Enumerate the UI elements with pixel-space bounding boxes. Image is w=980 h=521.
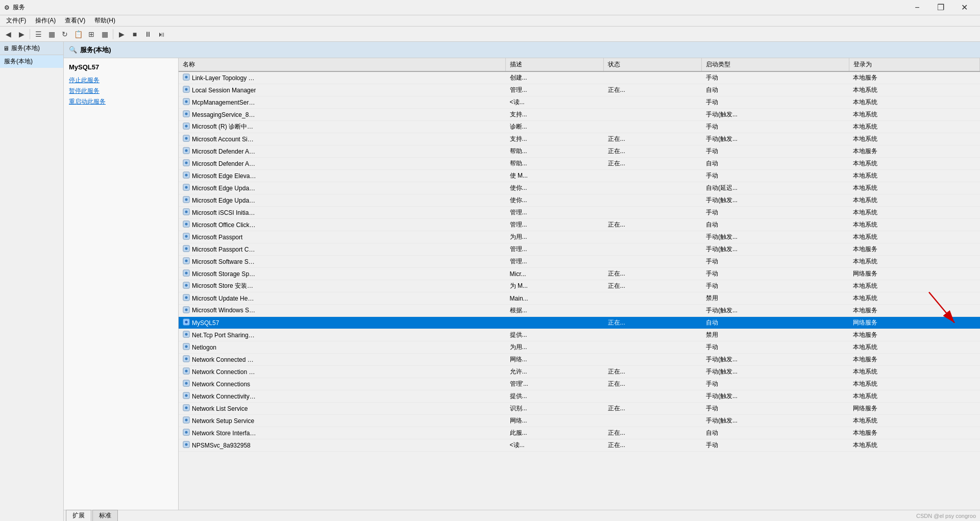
col-logon[interactable]: 登录为	[849, 58, 979, 71]
table-row[interactable]: Microsoft Storage Spaces S...Micr...正在..…	[179, 268, 980, 280]
table-row[interactable]: Microsoft Account Sign-in ...支持...正在...手…	[179, 133, 980, 145]
back-button[interactable]: ◀	[2, 28, 14, 40]
cell-startup: 手动	[702, 280, 849, 292]
table-row[interactable]: Microsoft Passport Container管理...手动(触发..…	[179, 243, 980, 256]
minimize-button[interactable]: −	[905, 0, 929, 15]
table-row[interactable]: Link-Layer Topology Disco...创建...手动本地服务	[179, 71, 980, 84]
cell-desc: 管理...	[506, 219, 604, 231]
table-row[interactable]: Microsoft Software Shado...管理...手动本地系统	[179, 256, 980, 268]
tab-expand[interactable]: 扩展	[66, 510, 91, 521]
cell-startup: 手动	[702, 170, 849, 182]
table-row[interactable]: Microsoft Edge Elevation S...使 M...手动本地系…	[179, 170, 980, 182]
show-scope-button[interactable]: ☰	[32, 28, 44, 40]
table-row[interactable]: MessagingService_8a9329...支持...手动(触发...本…	[179, 109, 980, 121]
service-name-text: Microsoft Software Shado...	[192, 258, 256, 265]
service-name-text: Microsoft Storage Spaces S...	[192, 270, 256, 278]
close-button[interactable]: ✕	[952, 0, 976, 15]
service-icon	[183, 416, 190, 425]
table-row[interactable]: Netlogon为用...手动本地系统	[179, 341, 980, 354]
svg-point-11	[185, 137, 187, 139]
table-row[interactable]: Network Connection Broker允许...正在...手动(触发…	[179, 366, 980, 378]
service-name-text: Microsoft iSCSI Initiator Ser...	[192, 209, 256, 216]
table-row[interactable]: NPSMSvc_8a932958<读...正在...手动本地系统	[179, 439, 980, 452]
restart-service-link[interactable]: 重启动此服务	[69, 97, 173, 106]
service-icon	[183, 367, 190, 376]
cell-status	[604, 341, 702, 354]
service-name-text: NPSMSvc_8a932958	[192, 442, 251, 449]
table-row[interactable]: Network Store Interface Se...此服...正在...自…	[179, 427, 980, 439]
refresh-button[interactable]: ↻	[59, 28, 71, 40]
pause-service-button[interactable]: ⏸	[142, 28, 154, 40]
col-status[interactable]: 状态	[604, 58, 702, 71]
table-row[interactable]: Microsoft Update Health S...Main...禁用本地系…	[179, 292, 980, 305]
table-row[interactable]: Microsoft (R) 诊断中心标准...诊断...手动本地系统	[179, 121, 980, 133]
properties-button[interactable]: ⊞	[85, 28, 97, 40]
stop-service-button[interactable]: ■	[129, 28, 141, 40]
table-row[interactable]: Network Connectivity Assis...提供...手动(触发.…	[179, 390, 980, 403]
service-icon	[183, 429, 190, 437]
cell-desc: 提供...	[506, 390, 604, 403]
export-list-button[interactable]: 📋	[72, 28, 84, 40]
menu-view[interactable]: 查看(V)	[61, 15, 89, 26]
right-panel-header: 🔍 服务(本地)	[64, 42, 980, 58]
table-row[interactable]: Net.Tcp Port Sharing Service提供...禁用本地服务	[179, 329, 980, 341]
cell-name: Microsoft Software Shado...	[179, 256, 260, 267]
service-icon	[183, 355, 190, 364]
table-row[interactable]: Microsoft Edge Update Ser...使你...手动(触发..…	[179, 194, 980, 207]
service-name-text: Network Connections	[192, 381, 250, 388]
col-name[interactable]: 名称	[179, 58, 506, 71]
service-icon	[183, 86, 190, 94]
start-service-button[interactable]: ▶	[115, 28, 128, 40]
table-row[interactable]: Microsoft Store 安装服务为 M...正在...手动本地系统	[179, 280, 980, 292]
table-row[interactable]: Microsoft Office Click-to-R...管理...正在...…	[179, 219, 980, 231]
cell-logon: 本地服务	[849, 145, 979, 158]
svg-point-53	[185, 394, 187, 396]
table-row[interactable]: Microsoft Passport为用...手动(触发...本地系统	[179, 231, 980, 243]
cell-logon: 本地系统	[849, 231, 979, 243]
table-row[interactable]: McpManagementService<读...手动本地系统	[179, 96, 980, 109]
table-row[interactable]: Microsoft iSCSI Initiator Ser...管理...手动本…	[179, 207, 980, 219]
table-row[interactable]: Network Connected Devic...网络...手动(触发...本…	[179, 354, 980, 366]
cell-desc: 管理...	[506, 207, 604, 219]
service-icon	[183, 135, 190, 143]
cell-status	[604, 194, 702, 207]
forward-button[interactable]: ▶	[15, 28, 28, 40]
cell-logon: 网络服务	[849, 403, 979, 415]
hide-scope-button[interactable]: ▦	[45, 28, 58, 40]
help-button[interactable]: ▦	[99, 28, 111, 40]
cell-desc: 允许...	[506, 366, 604, 378]
table-row[interactable]: Microsoft Edge Update Ser...使你...自动(延迟..…	[179, 182, 980, 194]
menu-action[interactable]: 操作(A)	[31, 15, 60, 26]
table-row[interactable]: Microsoft Defender Antivir...帮助...正在...自…	[179, 158, 980, 170]
table-row[interactable]: Microsoft Defender Antivir...帮助...正在...手…	[179, 145, 980, 158]
service-name-text: Microsoft Windows SMS 路...	[192, 306, 256, 315]
table-row[interactable]: Local Session Manager管理...正在...自动本地系统	[179, 84, 980, 96]
tab-standard[interactable]: 标准	[92, 510, 118, 521]
cell-name: Microsoft Account Sign-in ...	[179, 133, 260, 145]
menu-help[interactable]: 帮助(H)	[90, 15, 119, 26]
pause-service-link[interactable]: 暂停此服务	[69, 87, 173, 95]
service-name-text: Microsoft Defender Antivir...	[192, 148, 256, 155]
cell-logon: 本地系统	[849, 341, 979, 354]
restore-button[interactable]: ❐	[929, 0, 952, 15]
col-desc[interactable]: 描述	[506, 58, 604, 71]
table-row[interactable]: Network List Service识别...正在...手动网络服务	[179, 403, 980, 415]
cell-logon: 本地系统	[849, 121, 979, 133]
cell-startup: 禁用	[702, 329, 849, 341]
cell-status: 正在...	[604, 84, 702, 96]
svg-point-33	[185, 271, 187, 274]
table-row[interactable]: Network Setup Service网络...手动(触发...本地系统	[179, 415, 980, 427]
selected-service-name: MySQL57	[69, 63, 173, 71]
stop-service-link[interactable]: 停止此服务	[69, 76, 173, 85]
menu-file[interactable]: 文件(F)	[2, 15, 30, 26]
table-row[interactable]: MySQL57正在...自动网络服务	[179, 317, 980, 329]
sidebar-item-local[interactable]: 服务(本地)	[0, 55, 63, 68]
table-row[interactable]: Microsoft Windows SMS 路...根据...手动(触发...本…	[179, 305, 980, 317]
svg-point-27	[185, 235, 187, 237]
svg-point-19	[185, 186, 187, 188]
col-startup[interactable]: 启动类型	[702, 58, 849, 71]
cell-logon: 网络服务	[849, 268, 979, 280]
table-row[interactable]: Network Connections管理'...正在...手动本地系统	[179, 378, 980, 390]
restart-service-button[interactable]: ⏯	[155, 28, 167, 40]
cell-startup: 手动	[702, 403, 849, 415]
